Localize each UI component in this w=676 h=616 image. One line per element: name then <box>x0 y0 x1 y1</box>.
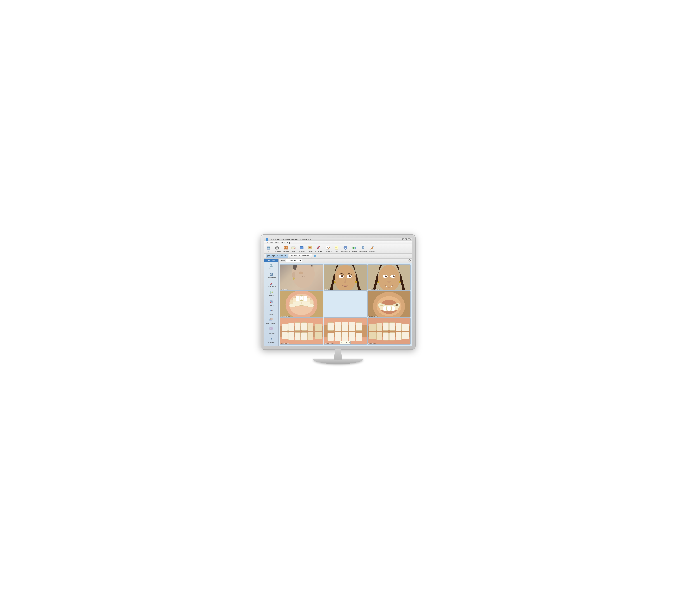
svg-point-73 <box>271 338 272 339</box>
present-button[interactable]: Present <box>306 245 314 253</box>
sidebar-item-edit-morph[interactable]: Edit/Morph/Db <box>264 280 278 289</box>
svg-rect-140 <box>288 323 294 331</box>
sidebar-item-meas[interactable]: Meas <box>264 307 278 316</box>
photo-intraoral-center[interactable]: Intraoral Center 7ライ7.jpg • 71k <box>324 318 367 345</box>
svg-rect-120 <box>304 296 307 301</box>
annotations-button[interactable]: Annotations <box>323 245 332 253</box>
svg-rect-142 <box>301 323 307 330</box>
edit-morph-label: Edit/Morph/Db <box>267 286 276 288</box>
print-label: Print <box>267 251 270 252</box>
svg-text:»: » <box>272 320 273 321</box>
svg-rect-28 <box>326 246 329 249</box>
join-me-button[interactable]: join Join me <box>351 245 358 253</box>
svg-point-51 <box>271 274 272 275</box>
svg-point-112 <box>377 281 379 283</box>
svg-text:?: ? <box>345 246 346 249</box>
svg-rect-159 <box>327 333 334 341</box>
super-impose-icon: » <box>269 317 274 322</box>
svg-point-104 <box>333 281 336 283</box>
sidebar-item-super-impose[interactable]: » Super-impose » <box>264 316 278 325</box>
instant-zoom-button[interactable]: + Instant Zoom <box>358 245 369 253</box>
full-screen-icon <box>299 245 304 250</box>
svg-rect-155 <box>335 322 341 331</box>
questionnaire-icon: ? <box>343 245 348 250</box>
svg-rect-132 <box>391 306 395 311</box>
sidebar-item-treatment-simulation[interactable]: Treatment Simulation <box>264 325 278 336</box>
photo-occlusal-lower[interactable]: Occlusal Lower <box>368 291 410 318</box>
content-area: Layout: Composite (8) Composite (4) Sing… <box>279 259 412 346</box>
svg-text:+: + <box>362 247 363 248</box>
svg-rect-158 <box>356 323 362 330</box>
svg-point-63 <box>272 302 272 303</box>
photo-facial-front-smiling[interactable]: Facial Front Smiling <box>368 264 410 291</box>
meas-icon <box>269 308 274 313</box>
svg-rect-4 <box>268 249 269 249</box>
photo-facial-front[interactable]: Facial Front <box>324 264 367 291</box>
print-button[interactable]: Print <box>265 245 272 253</box>
svg-point-105 <box>355 281 357 283</box>
questionnaire-button[interactable]: ? Questionnaire <box>340 245 351 253</box>
content-toolbar: Layout: Composite (8) Composite (4) Sing… <box>279 259 412 263</box>
svg-rect-148 <box>301 332 307 340</box>
layout-dropdown[interactable]: Composite (8) Composite (4) Single <box>286 259 302 262</box>
restore-button[interactable]: ❐ <box>405 238 407 241</box>
svg-rect-178 <box>402 332 409 339</box>
menu-help[interactable]: Help <box>287 242 290 244</box>
sidebar-item-3d[interactable]: » 3D » <box>264 345 278 346</box>
svg-rect-175 <box>383 332 389 340</box>
menu-tools[interactable]: Tools <box>281 242 285 244</box>
photo-intraoral-left[interactable]: Intraoral Left <box>368 318 410 345</box>
anonymizer-button[interactable]: Anonymizer <box>314 245 323 253</box>
svg-point-111 <box>393 275 394 277</box>
photo-occlusal-upper[interactable]: Occlusal Upper <box>280 291 323 318</box>
facial-front-smiling-label: Facial Front Smiling <box>369 289 380 290</box>
2d-morphing-label: 2D Morphing <box>267 295 275 297</box>
search-input[interactable] <box>408 259 410 262</box>
tab-final[interactable]: (DS-300) Final: 1997/10/21 <box>266 254 288 258</box>
main-content: Imaging Patients <box>264 259 412 346</box>
svg-point-64 <box>271 301 272 302</box>
sidebar-item-capture-scan[interactable]: Capture/Scan <box>264 271 278 280</box>
svg-rect-68 <box>270 318 273 320</box>
svg-rect-52 <box>271 273 272 273</box>
svg-rect-141 <box>295 323 300 330</box>
photo-grid: Facial Profile <box>279 263 412 346</box>
svg-rect-10 <box>275 248 276 248</box>
photo-intraoral-right[interactable]: Intraoral Right <box>280 318 323 345</box>
sidebar-item-patients[interactable]: Patients <box>264 262 278 271</box>
svg-point-48 <box>270 264 272 266</box>
svg-point-61 <box>272 301 272 301</box>
annotations-icon <box>325 245 330 250</box>
intraoral-left-label: Intraoral Left <box>369 343 375 344</box>
svg-rect-143 <box>307 323 313 331</box>
svg-rect-156 <box>342 322 348 331</box>
svg-rect-9 <box>277 249 277 250</box>
notes-button[interactable]: Notes <box>333 245 340 253</box>
preferences-button[interactable]: Preferences <box>273 245 282 253</box>
instant-zoom-icon: + <box>361 245 366 250</box>
full-screen-button[interactable]: Full Screen <box>297 245 306 253</box>
sidebar-item-digitize[interactable]: Digitize <box>264 298 278 307</box>
svg-rect-22 <box>300 247 301 247</box>
svg-rect-124 <box>310 300 313 304</box>
close-button[interactable]: ✕ <box>408 238 410 241</box>
print-icon <box>266 245 271 250</box>
side-side-button[interactable]: Side/Side <box>282 245 289 253</box>
photo-facial-profile[interactable]: Facial Profile <box>280 264 323 291</box>
tab-bar: (DS-300) Final: 1997/10/21 (DS-220) Init… <box>264 254 412 259</box>
menu-edit[interactable]: Edit <box>270 242 273 244</box>
email-label: Email <box>292 251 295 252</box>
svg-rect-176 <box>389 332 395 340</box>
present-label: Present <box>307 251 313 252</box>
menu-view[interactable]: View <box>275 242 279 244</box>
spotlight-button[interactable]: Spotlight <box>369 245 376 253</box>
minimize-button[interactable]: ─ <box>402 238 404 241</box>
questionnaire-label: Questionnaire <box>341 251 350 252</box>
sidebar-item-implanner[interactable]: ImPlanner <box>264 336 278 345</box>
preferences-icon <box>274 245 279 250</box>
full-screen-label: Full Screen <box>298 251 305 252</box>
email-button[interactable]: ! Email <box>290 245 297 253</box>
menu-file[interactable]: File <box>266 242 268 244</box>
tab-initial[interactable]: (DS-220) Initial: 1997/10/21 <box>289 254 312 258</box>
sidebar-item-2d-morphing[interactable]: 2D 2D Morphing <box>264 289 278 298</box>
